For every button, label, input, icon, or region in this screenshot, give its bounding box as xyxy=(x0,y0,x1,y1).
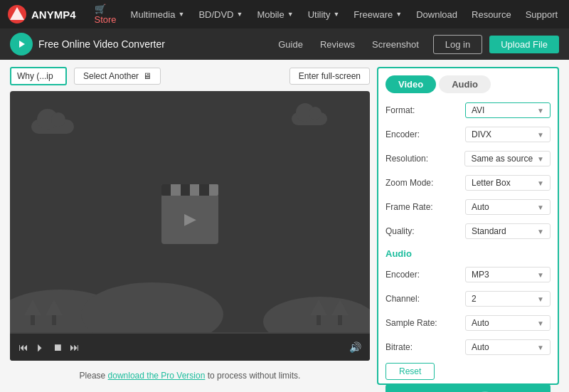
clapper-top xyxy=(161,184,218,196)
left-panel: Why (...ip Select Another 🖥 Enter full-s… xyxy=(10,67,370,385)
select-another-button[interactable]: Select Another 🖥 xyxy=(74,68,161,85)
sub-nav-screenshot[interactable]: Screenshot xyxy=(372,39,419,50)
zoom-label: Zoom Mode: xyxy=(385,178,442,188)
save-button[interactable]: Save ⏱ xyxy=(385,384,551,392)
tree-1 xyxy=(24,300,41,325)
tree-2 xyxy=(46,300,63,325)
sub-upload-button[interactable]: Upload File xyxy=(489,36,559,53)
sub-nav-links: Guide Reviews Screenshot xyxy=(278,39,419,50)
zoom-caret: ▼ xyxy=(537,179,544,187)
format-label: Format: xyxy=(385,105,442,115)
sub-logo-icon xyxy=(10,33,33,55)
pro-version-link[interactable]: download the Pro Version xyxy=(108,371,206,381)
rewind-button[interactable]: ⏮ xyxy=(18,341,28,353)
right-panel: Video Audio Format: AVI ▼ Encoder: DIVX … xyxy=(377,67,559,385)
resolution-caret: ▼ xyxy=(537,155,544,163)
fullscreen-button[interactable]: Enter full-screen xyxy=(289,68,370,85)
audio-encoder-select[interactable]: MP3 ▼ xyxy=(465,267,551,282)
sub-login-button[interactable]: Log in xyxy=(433,35,482,54)
nav-support[interactable]: Support xyxy=(520,6,564,23)
controls-bar: Why (...ip Select Another 🖥 Enter full-s… xyxy=(10,67,370,85)
play-button[interactable]: ⏵ xyxy=(36,341,46,353)
cloud-2 xyxy=(292,112,327,125)
framerate-label: Frame Rate: xyxy=(385,202,442,212)
audio-encoder-caret: ▼ xyxy=(537,271,544,279)
resolution-row: Resolution: Same as source ▼ xyxy=(385,149,551,169)
tree-4 xyxy=(310,300,327,325)
samplerate-select[interactable]: Auto ▼ xyxy=(465,315,551,331)
samplerate-row: Sample Rate: Auto ▼ xyxy=(385,313,551,333)
audio-encoder-row: Encoder: MP3 ▼ xyxy=(385,265,551,285)
audio-section-label: Audio xyxy=(385,245,551,260)
channel-label: Channel: xyxy=(385,294,442,304)
cloud-1 xyxy=(31,120,74,134)
tree-3 xyxy=(331,300,349,325)
nav-mobile[interactable]: Mobile ▼ xyxy=(251,6,299,23)
samplerate-value: Auto xyxy=(472,318,489,328)
channel-caret: ▼ xyxy=(537,295,544,303)
nav-download[interactable]: Download xyxy=(410,6,463,23)
quality-label: Quality: xyxy=(385,226,442,236)
channel-row: Channel: 2 ▼ xyxy=(385,289,551,309)
tree-trunk-2 xyxy=(52,315,56,325)
monitor-icon: 🖥 xyxy=(143,71,151,81)
framerate-value: Auto xyxy=(472,202,489,212)
format-caret: ▼ xyxy=(537,107,544,115)
resolution-select[interactable]: Same as source ▼ xyxy=(464,151,551,166)
sub-nav-guide[interactable]: Guide xyxy=(278,39,303,50)
zoom-row: Zoom Mode: Letter Box ▼ xyxy=(385,173,551,193)
nav-links: 🛒 Store Multimedia ▼ BD/DVD ▼ Mobile ▼ U… xyxy=(89,1,564,28)
zoom-select[interactable]: Letter Box ▼ xyxy=(465,175,551,191)
channel-value: 2 xyxy=(472,294,477,304)
quality-row: Quality: Standard ▼ xyxy=(385,221,551,241)
bottom-prefix: Please xyxy=(80,371,108,381)
bitrate-row: Bitrate: Auto ▼ xyxy=(385,337,551,357)
tree-top-1 xyxy=(24,300,41,315)
play-icon-large: ▶ xyxy=(184,210,196,228)
audio-encoder-value: MP3 xyxy=(472,270,489,280)
samplerate-label: Sample Rate: xyxy=(385,318,442,328)
format-select[interactable]: AVI ▼ xyxy=(465,102,551,118)
video-player: ▶ xyxy=(10,91,370,361)
sub-nav-reviews[interactable]: Reviews xyxy=(320,39,355,50)
file-name-box[interactable]: Why (...ip xyxy=(10,67,67,85)
channel-select[interactable]: 2 ▼ xyxy=(465,291,551,307)
select-another-label: Select Another xyxy=(83,71,139,81)
resolution-label: Resolution: xyxy=(385,154,442,164)
resolution-value: Same as source xyxy=(471,154,533,164)
sub-logo: Free Online Video Converter xyxy=(10,33,278,55)
bitrate-caret: ▼ xyxy=(537,344,544,351)
volume-icon[interactable]: 🔊 xyxy=(349,341,361,353)
nav-freeware[interactable]: Freeware ▼ xyxy=(348,6,408,23)
nav-utility[interactable]: Utility ▼ xyxy=(302,6,346,23)
tab-audio[interactable]: Audio xyxy=(439,75,491,93)
nav-store[interactable]: 🛒 Store xyxy=(89,1,122,28)
quality-value: Standard xyxy=(472,226,506,236)
nav-resource[interactable]: Resource xyxy=(466,6,517,23)
sub-navigation: Free Online Video Converter Guide Review… xyxy=(0,28,569,60)
bitrate-value: Auto xyxy=(472,342,489,352)
encoder-value: DIVX xyxy=(472,129,491,139)
format-row: Format: AVI ▼ xyxy=(385,100,551,120)
tree-trunk-4 xyxy=(317,315,321,325)
quality-select[interactable]: Standard ▼ xyxy=(465,223,551,239)
encoder-caret: ▼ xyxy=(537,131,544,139)
reset-button[interactable]: Reset xyxy=(385,363,435,380)
clapper-stripes xyxy=(161,184,218,196)
bitrate-select[interactable]: Auto ▼ xyxy=(465,339,551,355)
video-scene: ▶ xyxy=(10,91,370,361)
bitrate-label: Bitrate: xyxy=(385,342,442,352)
fast-forward-button[interactable]: ⏭ xyxy=(70,341,80,353)
sub-logo-text: Free Online Video Converter xyxy=(38,38,165,50)
tab-video[interactable]: Video xyxy=(385,75,436,93)
bottom-suffix: to process without limits. xyxy=(208,371,301,381)
nav-bddvd[interactable]: BD/DVD ▼ xyxy=(193,6,248,23)
encoder-row: Encoder: DIVX ▼ xyxy=(385,125,551,144)
nav-multimedia[interactable]: Multimedia ▼ xyxy=(125,6,191,23)
framerate-select[interactable]: Auto ▼ xyxy=(465,199,551,215)
encoder-select[interactable]: DIVX ▼ xyxy=(465,127,551,142)
tree-top-4 xyxy=(310,300,327,315)
zoom-value: Letter Box xyxy=(472,178,511,188)
logo: ANYMP4 xyxy=(7,4,76,24)
stop-button[interactable]: ⏹ xyxy=(53,341,63,353)
